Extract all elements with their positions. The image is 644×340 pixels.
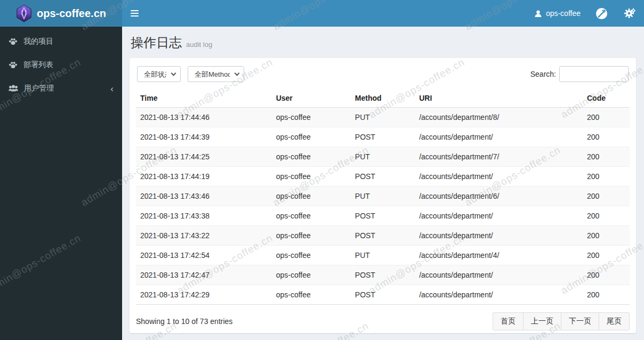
table-row: 2021-08-13 17:42:47ops-coffeePOST/accoun… bbox=[136, 265, 630, 285]
cell-uri: /accounts/department/4/ bbox=[415, 246, 583, 265]
sidebar-item-deploy-list[interactable]: 部署列表 bbox=[0, 53, 122, 77]
cell-uri: /accounts/department/ bbox=[415, 167, 583, 187]
table-row: 2021-08-13 17:43:38ops-coffeePOST/accoun… bbox=[136, 206, 630, 226]
status-filter-select[interactable]: 全部状态 bbox=[137, 66, 181, 82]
paw-icon bbox=[9, 37, 18, 46]
user-name: ops-coffee bbox=[546, 9, 581, 18]
user-menu[interactable]: ops-coffee bbox=[527, 0, 588, 27]
cell-user: ops-coffee bbox=[272, 147, 351, 167]
brand-logo-area[interactable]: ops-coffee.cn bbox=[0, 0, 122, 27]
cell-uri: /accounts/department/8/ bbox=[415, 108, 583, 127]
cell-time: 2021-08-13 17:43:22 bbox=[136, 226, 272, 246]
cell-time: 2021-08-13 17:44:19 bbox=[136, 167, 272, 187]
column-header-time[interactable]: Time bbox=[136, 88, 272, 108]
sidebar-item-label: 部署列表 bbox=[23, 60, 53, 70]
first-page-button[interactable]: 首页 bbox=[493, 312, 524, 330]
cell-code: 200 bbox=[583, 108, 630, 127]
search-label: Search: bbox=[530, 70, 556, 78]
cell-code: 200 bbox=[583, 285, 630, 305]
page-subtitle: audit log bbox=[186, 41, 212, 48]
table-header-row: TimeUserMethodURICode bbox=[136, 88, 630, 108]
cell-user: ops-coffee bbox=[272, 206, 351, 226]
cell-time: 2021-08-13 17:42:47 bbox=[136, 265, 272, 285]
cell-method: PUT bbox=[351, 108, 415, 127]
brand-label: ops-coffee.cn bbox=[37, 7, 106, 20]
next-page-button[interactable]: 下一页 bbox=[561, 312, 599, 330]
column-header-uri[interactable]: URI bbox=[415, 88, 583, 108]
navbar: ops-coffee bbox=[122, 0, 644, 27]
table-row: 2021-08-13 17:42:54ops-coffeePUT/account… bbox=[136, 246, 630, 265]
cell-code: 200 bbox=[583, 206, 630, 226]
cell-time: 2021-08-13 17:43:38 bbox=[136, 206, 272, 226]
sidebar-item-user-management[interactable]: 用户管理 ‹ bbox=[0, 77, 122, 100]
table-row: 2021-08-13 17:42:29ops-coffeePOST/accoun… bbox=[136, 285, 630, 305]
sidebar: 我的项目 部署列表 bbox=[0, 27, 122, 340]
cell-time: 2021-08-13 17:44:39 bbox=[136, 127, 272, 147]
cell-uri: /accounts/department/ bbox=[415, 226, 583, 246]
cell-method: POST bbox=[351, 265, 415, 285]
cell-user: ops-coffee bbox=[272, 246, 351, 265]
cell-time: 2021-08-13 17:44:46 bbox=[136, 108, 272, 127]
cell-user: ops-coffee bbox=[272, 127, 351, 147]
status-filter-wrap: 全部状态 bbox=[137, 66, 181, 82]
cell-time: 2021-08-13 17:44:25 bbox=[136, 147, 272, 167]
top-header: ops-coffee.cn ops-coffee bbox=[0, 0, 644, 27]
cell-code: 200 bbox=[583, 226, 630, 246]
cell-user: ops-coffee bbox=[272, 108, 351, 127]
search-input[interactable] bbox=[559, 66, 629, 82]
method-filter-select[interactable]: 全部Method bbox=[188, 66, 244, 82]
table-body: 2021-08-13 17:44:46ops-coffeePUT/account… bbox=[136, 108, 630, 305]
chevron-left-icon: ‹ bbox=[110, 84, 114, 93]
cell-method: POST bbox=[351, 226, 415, 246]
entries-info: Showing 1 to 10 of 73 entries bbox=[136, 317, 232, 326]
cell-uri: /accounts/department/ bbox=[415, 285, 583, 305]
cell-user: ops-coffee bbox=[272, 265, 351, 285]
cell-uri: /accounts/department/7/ bbox=[415, 147, 583, 167]
cell-uri: /accounts/department/ bbox=[415, 206, 583, 226]
cell-uri: /accounts/department/ bbox=[415, 265, 583, 285]
main-content: 操作日志audit log 全部状态 全部Method Search: bbox=[122, 27, 644, 340]
audit-log-table: TimeUserMethodURICode 2021-08-13 17:44:4… bbox=[136, 88, 630, 305]
cell-user: ops-coffee bbox=[272, 226, 351, 246]
table-row: 2021-08-13 17:43:46ops-coffeePUT/account… bbox=[136, 187, 630, 206]
table-row: 2021-08-13 17:44:19ops-coffeePOST/accoun… bbox=[136, 167, 630, 187]
cell-code: 200 bbox=[583, 127, 630, 147]
paw-icon bbox=[9, 61, 18, 69]
users-icon bbox=[9, 84, 18, 93]
sidebar-item-label: 用户管理 bbox=[24, 84, 54, 93]
table-row: 2021-08-13 17:44:39ops-coffeePOST/accoun… bbox=[136, 127, 630, 147]
hamburger-icon[interactable] bbox=[122, 0, 147, 27]
cell-user: ops-coffee bbox=[272, 285, 351, 305]
last-page-button[interactable]: 尾页 bbox=[599, 312, 630, 330]
cell-code: 200 bbox=[583, 265, 630, 285]
cell-time: 2021-08-13 17:43:46 bbox=[136, 187, 272, 206]
cell-code: 200 bbox=[583, 147, 630, 167]
cell-time: 2021-08-13 17:42:54 bbox=[136, 246, 272, 265]
table-row: 2021-08-13 17:43:22ops-coffeePOST/accoun… bbox=[136, 226, 630, 246]
cell-method: POST bbox=[351, 285, 415, 305]
column-header-method[interactable]: Method bbox=[351, 88, 415, 108]
page-title: 操作日志 bbox=[131, 35, 182, 50]
crest-logo-icon bbox=[16, 4, 32, 22]
table-row: 2021-08-13 17:44:25ops-coffeePUT/account… bbox=[136, 147, 630, 167]
cell-code: 200 bbox=[583, 246, 630, 265]
table-row: 2021-08-13 17:44:46ops-coffeePUT/account… bbox=[136, 108, 630, 127]
cell-time: 2021-08-13 17:42:29 bbox=[136, 285, 272, 305]
cell-method: POST bbox=[351, 206, 415, 226]
column-header-code[interactable]: Code bbox=[583, 88, 630, 108]
cell-method: PUT bbox=[351, 246, 415, 265]
cell-uri: /accounts/department/6/ bbox=[415, 187, 583, 206]
prev-page-button[interactable]: 上一页 bbox=[523, 312, 561, 330]
column-header-user[interactable]: User bbox=[272, 88, 351, 108]
pagination: 首页上一页下一页尾页 bbox=[493, 312, 630, 330]
cogs-icon[interactable] bbox=[615, 0, 644, 27]
cell-method: PUT bbox=[351, 147, 415, 167]
sidebar-item-my-projects[interactable]: 我的项目 bbox=[0, 30, 122, 53]
cell-uri: /accounts/department/ bbox=[415, 127, 583, 147]
user-icon bbox=[534, 10, 542, 18]
method-filter-wrap: 全部Method bbox=[188, 66, 244, 82]
cell-user: ops-coffee bbox=[272, 167, 351, 187]
tools-circle-icon[interactable] bbox=[588, 0, 615, 27]
cell-code: 200 bbox=[583, 167, 630, 187]
sidebar-item-label: 我的项目 bbox=[23, 37, 53, 46]
